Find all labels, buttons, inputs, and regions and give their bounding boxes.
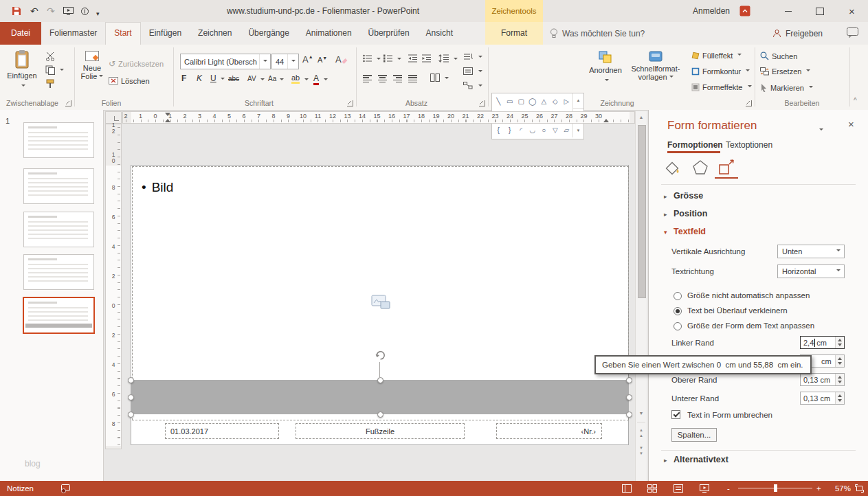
resize-handle-bottom-center[interactable] bbox=[377, 412, 383, 418]
tab-datei[interactable]: Datei bbox=[0, 22, 41, 45]
format-painter-icon[interactable] bbox=[45, 79, 56, 89]
section-alttext[interactable]: ▸Alternativtext bbox=[664, 455, 728, 464]
redo-icon[interactable]: ↷ bbox=[47, 5, 55, 16]
paragraph-dialog-launcher[interactable] bbox=[479, 100, 485, 106]
align-center-icon[interactable] bbox=[378, 75, 387, 82]
right-indent-marker[interactable] bbox=[603, 116, 609, 122]
comments-icon[interactable] bbox=[847, 27, 858, 38]
line-spacing-icon[interactable] bbox=[438, 54, 449, 63]
strikethrough-button[interactable]: abc bbox=[228, 75, 239, 82]
drawing-dialog-launcher[interactable] bbox=[746, 100, 752, 106]
collapse-ribbon-icon[interactable]: ^ bbox=[854, 97, 857, 104]
radio-no-autofit[interactable] bbox=[674, 292, 682, 300]
customize-quick-access-icon[interactable]: ▾ bbox=[96, 8, 100, 19]
pane-options-icon[interactable] bbox=[819, 124, 823, 136]
chevron-down-icon[interactable] bbox=[280, 78, 284, 82]
grow-font-icon[interactable]: A▲ bbox=[302, 54, 313, 65]
font-size-combo[interactable]: 44 bbox=[271, 54, 299, 69]
quick-styles-button[interactable]: Schnellformat- vorlagen bbox=[627, 48, 685, 96]
tab-formoptionen[interactable]: Formoptionen bbox=[667, 140, 723, 150]
shape-icon[interactable]: ◡ bbox=[527, 123, 539, 137]
fit-slide-icon[interactable] bbox=[855, 484, 864, 493]
align-right-icon[interactable] bbox=[393, 75, 402, 84]
find-button[interactable]: Suchen bbox=[760, 52, 797, 60]
normal-view-icon[interactable] bbox=[622, 484, 632, 493]
scroll-up-icon[interactable]: ▲ bbox=[636, 115, 647, 120]
direction-dropdown[interactable]: Horizontal bbox=[777, 264, 845, 278]
maximize-button[interactable] bbox=[804, 0, 836, 22]
bullet-text[interactable]: • Bild bbox=[142, 180, 173, 195]
previous-slide-icon[interactable]: ▲▲ bbox=[636, 427, 647, 438]
numbering-icon[interactable] bbox=[383, 54, 393, 63]
slide-thumbnail-2[interactable] bbox=[23, 168, 94, 204]
paste-button[interactable]: Einfügen bbox=[4, 48, 40, 96]
resize-handle-top-center[interactable] bbox=[377, 377, 383, 383]
zoom-level[interactable]: 57% bbox=[827, 481, 851, 496]
minimize-button[interactable] bbox=[772, 0, 804, 22]
convert-smartart-icon[interactable] bbox=[463, 82, 473, 89]
touch-mode-icon[interactable] bbox=[80, 7, 89, 16]
rotate-handle-icon[interactable] bbox=[374, 349, 386, 361]
cut-icon[interactable] bbox=[45, 52, 56, 61]
shape-icon[interactable]: ◜ bbox=[515, 123, 527, 137]
pane-close-icon[interactable]: × bbox=[848, 118, 854, 130]
zoom-slider-thumb[interactable] bbox=[774, 484, 777, 492]
delete-slide-button[interactable]: Löschen bbox=[109, 77, 150, 85]
chevron-down-icon[interactable] bbox=[287, 54, 298, 69]
copy-icon[interactable] bbox=[45, 65, 56, 75]
fill-line-icon[interactable] bbox=[664, 159, 682, 176]
tab-textoptionen[interactable]: Textoptionen bbox=[726, 140, 772, 150]
radio-shrink-on-overflow[interactable] bbox=[674, 307, 682, 315]
resize-handle-top-right[interactable] bbox=[626, 377, 632, 383]
align-left-icon[interactable] bbox=[363, 75, 372, 84]
valign-dropdown[interactable]: Unten bbox=[777, 245, 845, 258]
effects-icon[interactable] bbox=[691, 159, 709, 176]
underline-button[interactable]: U bbox=[210, 74, 216, 83]
shape-icon[interactable]: { bbox=[493, 123, 504, 137]
tab-animationen[interactable]: Animationen bbox=[298, 22, 360, 45]
radio-resize-shape[interactable] bbox=[674, 322, 682, 330]
new-slide-button[interactable]: Neue Folie bbox=[77, 48, 107, 96]
start-slideshow-icon[interactable] bbox=[63, 7, 74, 15]
undo-icon[interactable]: ↶ bbox=[30, 5, 38, 16]
ribbon-display-options-icon[interactable] bbox=[739, 5, 750, 16]
bold-button[interactable]: F bbox=[181, 74, 186, 83]
chevron-down-icon[interactable] bbox=[259, 54, 270, 69]
slide-thumbnail-4[interactable] bbox=[23, 254, 94, 290]
tab-einfügen[interactable]: Einfügen bbox=[141, 22, 190, 45]
footer-number-placeholder[interactable]: ‹Nr.› bbox=[496, 423, 602, 439]
clear-formatting-icon[interactable]: A bbox=[335, 54, 347, 65]
chevron-down-icon[interactable] bbox=[397, 58, 401, 62]
bullets-icon[interactable] bbox=[363, 54, 372, 63]
media-placeholder-icon[interactable] bbox=[370, 294, 392, 312]
character-spacing-button[interactable]: AV bbox=[247, 75, 256, 82]
chevron-down-icon[interactable] bbox=[324, 78, 328, 82]
clipboard-dialog-launcher[interactable] bbox=[65, 100, 71, 106]
italic-button[interactable]: K bbox=[197, 74, 202, 83]
footer-text-placeholder[interactable]: Fußzeile bbox=[296, 423, 465, 439]
left-margin-spinner[interactable] bbox=[835, 337, 844, 348]
next-slide-icon[interactable]: ▼▼ bbox=[636, 445, 647, 456]
font-color-button[interactable]: A bbox=[313, 74, 319, 85]
columns-button[interactable]: Spalten... bbox=[671, 428, 717, 442]
chevron-down-icon[interactable] bbox=[454, 58, 458, 62]
share-button[interactable]: Freigeben bbox=[772, 22, 823, 45]
sign-in-button[interactable]: Anmelden bbox=[693, 6, 730, 16]
font-name-combo[interactable]: Calibri Light (Übersch bbox=[180, 54, 271, 69]
gallery-more-icon[interactable]: ▼ bbox=[573, 123, 583, 137]
select-button[interactable]: Markieren bbox=[760, 83, 813, 92]
chevron-down-icon[interactable] bbox=[478, 84, 482, 89]
right-margin-spinner[interactable] bbox=[835, 355, 844, 367]
text-direction-icon[interactable] bbox=[463, 53, 473, 60]
chevron-down-icon[interactable] bbox=[260, 78, 265, 82]
slide-thumbnail-5[interactable] bbox=[23, 297, 95, 334]
tab-überprüfen[interactable]: Überprüfen bbox=[360, 22, 418, 45]
bottom-margin-field[interactable]: 0,13 cm bbox=[800, 392, 845, 405]
section-textbox[interactable]: ▾Textfeld bbox=[664, 227, 706, 236]
resize-handle-top-left[interactable] bbox=[128, 377, 134, 383]
bottom-margin-spinner[interactable] bbox=[835, 392, 844, 404]
shape-fill-button[interactable]: Fülleffekt bbox=[691, 52, 742, 60]
footer-date-placeholder[interactable]: 01.03.2017 bbox=[165, 423, 279, 439]
scroll-down-icon[interactable]: ▼ bbox=[636, 411, 647, 416]
slideshow-view-icon[interactable] bbox=[700, 484, 709, 493]
